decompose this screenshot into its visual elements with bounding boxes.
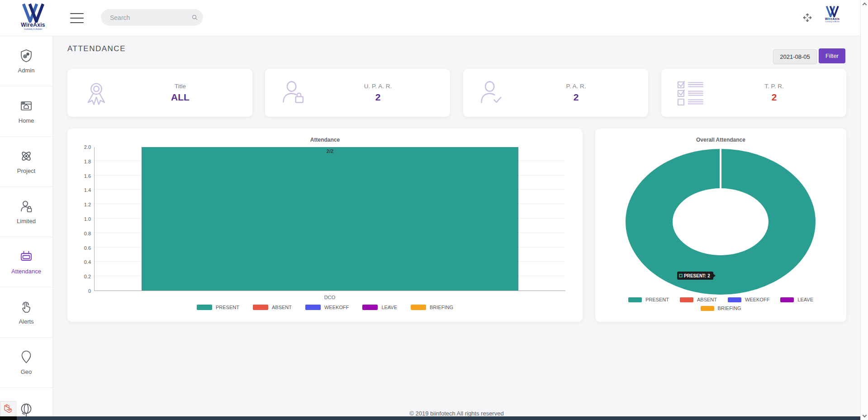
attendance-bar-chart: Attendance 2.0 1.8 1.6 1.4 1.2 1.0 0.8 0… [67,129,583,322]
stat-value: ALL [117,92,243,103]
legend-item-weekoff[interactable]: WEEKOFF [305,305,349,310]
sidebar-item-label: Attendance [11,268,41,275]
leave-swatch [362,305,378,310]
search-input[interactable] [110,14,192,21]
page-title: ATTENDANCE [67,44,126,53]
legend-item-leave[interactable]: LEAVE [362,305,397,310]
tooltip-text: PRESENT: 2 [684,273,710,278]
user-lock-icon [19,199,33,214]
absent-swatch [253,305,268,310]
legend-item-briefing[interactable]: BRIEFING [701,305,741,311]
bar-chart-title: Attendance [67,137,583,143]
stat-card-upar: U. P. A. R. 2 [265,69,450,117]
fullscreen-icon[interactable] [802,12,813,24]
sidebar-item-admin[interactable]: Admin [0,36,52,86]
sidebar-item-label: Home [19,117,34,124]
brand-name: WireAxis [13,23,53,28]
laravel-debugbar-button[interactable] [0,401,16,416]
copyright-footer: © 2019 biinfotech All rights reserved [53,410,860,417]
bar-chart-x-label: DCO [94,295,565,300]
award-icon [83,79,110,106]
stat-card-par: P. A. R. 2 [463,69,648,117]
tooltip-swatch [679,274,683,277]
weekoff-swatch [305,305,321,310]
legend-item-present[interactable]: PRESENT [197,305,239,310]
brand-logo-small[interactable]: WireAxis Curiosity In Action [822,5,842,23]
legend-item-weekoff[interactable]: WEEKOFF [728,297,769,302]
present-swatch [197,305,212,310]
wireaxis-logo-icon [20,3,46,23]
scroll-down-arrow-icon[interactable] [863,413,867,418]
legend-item-absent[interactable]: ABSENT [253,305,292,310]
brand-tagline: Curiosity In Action [822,20,842,23]
present-bar[interactable]: 2/2 [142,147,518,291]
sidebar-item-label: Admin [18,67,35,74]
bar-value-label: 2/2 [142,148,518,154]
browser-home-icon [19,99,33,113]
present-swatch [628,297,642,302]
absent-swatch [680,297,693,302]
top-header: WireAxis Curiosity In Action [0,0,860,36]
overall-attendance-donut-chart: Overall Attendance PRESENT: 2 PRESENT AB… [595,129,846,322]
tap-icon [19,300,33,314]
sidebar-item-attendance[interactable]: Attendance [0,237,52,287]
stat-label: T. P. R. [711,83,837,90]
sidebar-item-geo[interactable]: Geo [0,338,52,388]
sidebar-item-limited[interactable]: Limited [0,187,52,237]
stat-label: U. P. A. R. [315,83,441,90]
briefing-swatch [411,305,426,310]
date-filter-input[interactable] [773,49,817,64]
donut-legend-row-2: BRIEFING [595,305,846,311]
filter-button[interactable]: Filter [819,48,845,63]
vertical-scrollbar[interactable] [860,0,868,420]
map-pin-icon [19,350,33,364]
donut-ring[interactable] [625,148,816,296]
legend-item-present[interactable]: PRESENT [628,297,669,302]
weekoff-swatch [728,297,741,302]
brand-logo[interactable]: WireAxis Curiosity In Action [13,3,53,30]
sidebar-item-home[interactable]: Home [0,86,52,137]
stat-value: 2 [711,92,837,103]
legend-item-leave[interactable]: LEAVE [780,297,813,302]
stat-value: 2 [315,92,441,103]
bar-chart-plot-area: 2/2 [94,147,565,291]
hamburger-menu-icon[interactable] [70,13,84,23]
sidebar-item-alerts[interactable]: Alerts [0,287,52,338]
scroll-up-arrow-icon[interactable] [863,3,867,7]
sidebar-item-project[interactable]: Project [0,137,52,187]
stat-card-tpr: T. P. R. 2 [661,69,846,117]
sidebar-item-label: Project [17,167,35,174]
leave-swatch [780,297,794,302]
laravel-icon [3,404,13,414]
app-root: WireAxis Curiosity In Action [0,0,868,420]
horizontal-scrollbar-thumb[interactable] [17,416,860,420]
briefing-swatch [701,306,714,311]
horizontal-scrollbar[interactable] [0,416,860,420]
sidebar-item-label: Geo [21,368,32,375]
stat-card-title: Title ALL [67,69,252,117]
calendar-icon [19,249,33,264]
stat-label: P. A. R. [513,83,639,90]
main-content: ATTENDANCE Filter Title ALL [53,36,860,420]
search-bar [101,9,203,26]
donut-legend-row-1: PRESENT ABSENT WEEKOFF LEAVE [595,297,846,302]
stat-value: 2 [513,92,639,103]
search-icon[interactable] [192,13,198,22]
user-lock-icon [280,79,308,106]
shield-gears-icon [19,48,33,63]
sidebar-nav: Admin Home Project [0,36,53,420]
debugbar-strip [0,416,17,420]
brand-tagline: Curiosity In Action [13,28,53,30]
legend-item-absent[interactable]: ABSENT [680,297,717,302]
sidebar-item-label: Limited [17,218,36,224]
brand-name: WireAxis [822,17,842,20]
sidebar-item-label: Alerts [19,318,33,325]
checklist-icon [677,80,711,106]
user-check-icon [479,79,506,106]
legend-item-briefing[interactable]: BRIEFING [411,305,453,310]
bar-chart-y-axis: 2.0 1.8 1.6 1.4 1.2 1.0 0.8 0.6 0.4 0.2 … [71,144,91,294]
donut-tooltip: PRESENT: 2 [677,272,713,280]
wireaxis-logo-icon [825,5,840,17]
stat-label: Title [117,83,243,90]
bar-chart-legend: PRESENT ABSENT WEEKOFF LEAVE BRIEFING [67,305,583,310]
